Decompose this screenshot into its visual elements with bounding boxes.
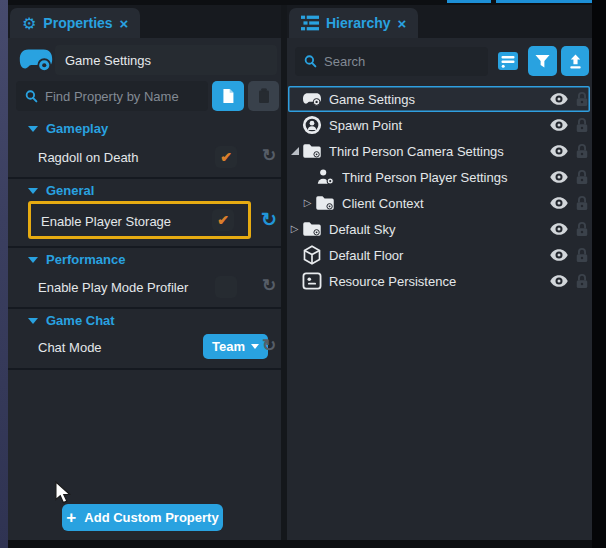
check-icon: ✔ [220, 150, 232, 164]
eye-icon[interactable] [549, 273, 569, 289]
game-settings-icon [18, 47, 54, 73]
divider [8, 246, 281, 248]
folder-icon [315, 194, 335, 212]
section-performance[interactable]: Performance [8, 252, 281, 267]
eye-icon[interactable] [549, 169, 569, 185]
divider [8, 368, 281, 370]
section-game-chat-title: Game Chat [46, 313, 115, 328]
paste-properties-button[interactable] [248, 81, 279, 111]
game-settings-icon [302, 90, 322, 108]
hierarchy-search-box [295, 47, 488, 76]
chevron-down-icon [28, 188, 38, 194]
chevron-right-icon: ▷ [304, 198, 312, 208]
prop-label-profiler: Enable Play Mode Profiler [38, 280, 188, 295]
right-viewport-edge [592, 0, 606, 548]
hierarchy-row-default-sky[interactable]: ▷ Default Sky [288, 216, 590, 242]
hierarchy-row-default-floor[interactable]: Default Floor [288, 242, 590, 268]
clipboard-icon [254, 86, 274, 106]
section-gameplay-title: Gameplay [46, 121, 108, 136]
reset-icon[interactable]: ↺ [262, 147, 276, 164]
prop-label-ragdoll: Ragdoll on Death [38, 150, 138, 165]
checkbox-player-storage[interactable]: ✔ [212, 209, 234, 231]
list-view-icon [497, 51, 519, 71]
lock-icon[interactable] [575, 195, 589, 211]
plus-icon: + [66, 509, 76, 526]
tab-hierarchy-label: Hierarchy [326, 15, 391, 31]
reset-icon[interactable]: ↺ [262, 337, 276, 354]
lock-icon[interactable] [575, 247, 589, 263]
spawn-point-icon [302, 115, 322, 135]
hierarchy-tabbar: Hierarchy × [287, 5, 592, 38]
hierarchy-row-resource-persistence[interactable]: Resource Persistence [288, 268, 590, 294]
tab-properties-label: Properties [43, 15, 112, 31]
lock-icon[interactable] [575, 221, 589, 237]
add-custom-property-button[interactable]: + Add Custom Property [62, 504, 223, 531]
chevron-down-icon [28, 257, 38, 263]
hierarchy-search-input[interactable] [324, 54, 480, 69]
eye-icon[interactable] [549, 91, 569, 107]
section-game-chat[interactable]: Game Chat [8, 313, 281, 328]
reset-icon[interactable]: ↺ [262, 277, 276, 294]
filter-button[interactable] [528, 46, 557, 76]
divider [8, 177, 281, 179]
eye-icon[interactable] [549, 247, 569, 263]
mouse-cursor [52, 481, 74, 505]
properties-panel: Gameplay Ragdoll on Death ✔ ↺ General En… [8, 38, 281, 540]
chevron-down-icon [28, 318, 38, 324]
find-property-input[interactable] [45, 89, 200, 104]
checkbox-profiler[interactable] [215, 276, 237, 298]
eye-icon[interactable] [549, 195, 569, 211]
view-mode-button[interactable] [494, 46, 522, 76]
lock-icon[interactable] [575, 117, 589, 133]
chat-mode-value: Team [212, 339, 245, 354]
copy-icon [218, 86, 238, 106]
hierarchy-row-client-context[interactable]: ▷ Client Context [288, 190, 590, 216]
hierarchy-row-spawn-point[interactable]: Spawn Point [288, 112, 590, 138]
prop-label-player-storage: Enable Player Storage [41, 214, 171, 229]
collapse-caret[interactable]: ▷ [301, 198, 314, 208]
hierarchy-row-third-person-player[interactable]: Third Person Player Settings [288, 164, 590, 190]
eye-icon[interactable] [549, 221, 569, 237]
section-gameplay[interactable]: Gameplay [8, 121, 281, 136]
hierarchy-row-third-person-camera[interactable]: Third Person Camera Settings [288, 138, 590, 164]
lock-icon[interactable] [575, 91, 589, 107]
check-icon: ✔ [217, 213, 229, 227]
chat-mode-dropdown[interactable]: Team [203, 334, 268, 359]
resource-persistence-icon [302, 272, 322, 290]
lock-icon[interactable] [575, 169, 589, 185]
copy-properties-button[interactable] [212, 81, 244, 111]
lock-icon[interactable] [575, 143, 589, 159]
eye-icon[interactable] [549, 143, 569, 159]
hierarchy-row-game-settings[interactable]: Game Settings [288, 86, 590, 112]
search-icon [303, 54, 318, 69]
section-general[interactable]: General [8, 183, 281, 198]
expand-caret[interactable] [288, 147, 301, 155]
lock-icon[interactable] [575, 273, 589, 289]
highlighted-property: Enable Player Storage ✔ [28, 201, 251, 239]
tab-properties[interactable]: ⚙ Properties × [10, 8, 140, 38]
top-accent-bar [496, 0, 606, 3]
object-name-input[interactable] [55, 45, 277, 75]
prop-label-chat-mode: Chat Mode [38, 340, 102, 355]
find-property-box [16, 81, 208, 111]
collapse-caret[interactable]: ▷ [288, 224, 301, 234]
bottom-chrome [8, 540, 592, 548]
left-viewport-edge [0, 0, 8, 548]
folder-icon [302, 142, 322, 160]
folder-icon [302, 220, 322, 238]
collapse-all-button[interactable] [561, 46, 589, 76]
chevron-down-icon [28, 126, 38, 132]
tab-hierarchy[interactable]: Hierarchy × [289, 8, 418, 38]
hierarchy-panel: Game Settings Spawn Point Third Person C… [287, 38, 592, 540]
close-icon[interactable]: × [120, 16, 129, 31]
chevron-down-icon [251, 344, 259, 349]
checkbox-ragdoll[interactable]: ✔ [215, 146, 237, 168]
properties-tabbar: ⚙ Properties × [8, 5, 281, 38]
eye-icon[interactable] [549, 117, 569, 133]
close-icon[interactable]: × [398, 16, 407, 31]
gear-icon: ⚙ [22, 14, 36, 33]
search-icon [24, 89, 39, 104]
section-general-title: General [46, 183, 94, 198]
reset-icon-active[interactable]: ↺ [261, 210, 277, 229]
editor-window: ⚙ Properties × Gameplay Ragdoll on Death… [0, 0, 606, 548]
